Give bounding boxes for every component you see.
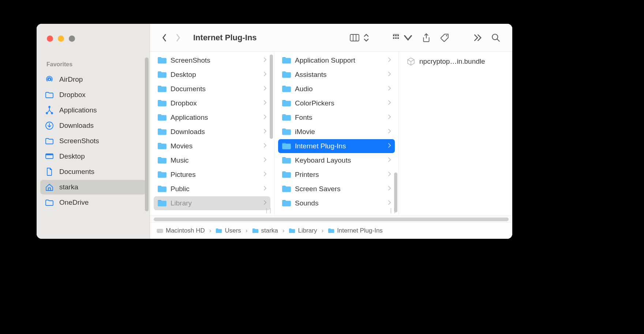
sidebar-item-starka[interactable]: starka bbox=[40, 180, 146, 194]
apps-icon bbox=[45, 106, 54, 115]
sidebar-item-label: AirDrop bbox=[59, 75, 83, 84]
back-button[interactable] bbox=[157, 31, 171, 45]
view-columns-button[interactable] bbox=[345, 31, 375, 45]
chevron-right-icon bbox=[388, 171, 391, 178]
sidebar-item-screenshots[interactable]: ScreenShots bbox=[40, 134, 146, 148]
column-1: ScreenShotsDesktopDocumentsDropboxApplic… bbox=[150, 52, 274, 215]
sidebar-item-airdrop[interactable]: AirDrop bbox=[40, 72, 146, 87]
search-icon bbox=[491, 33, 501, 42]
folder-icon bbox=[282, 114, 291, 122]
sidebar-item-documents[interactable]: Documents bbox=[40, 164, 146, 179]
folder-row[interactable]: Desktop bbox=[154, 68, 270, 82]
home-icon bbox=[45, 183, 54, 192]
folder-icon bbox=[328, 228, 334, 234]
folder-row[interactable]: Pictures bbox=[154, 168, 270, 182]
path-separator: › bbox=[207, 227, 214, 234]
folder-row[interactable]: Printers bbox=[278, 168, 395, 182]
minimize-button[interactable] bbox=[58, 36, 64, 42]
window-controls bbox=[47, 36, 75, 42]
path-item-label: Internet Plug-Ins bbox=[337, 227, 383, 234]
path-item-internet-plug-ins[interactable]: Internet Plug-Ins bbox=[328, 227, 383, 234]
folder-row[interactable]: Keyboard Layouts bbox=[278, 153, 395, 167]
sidebar-scrollbar[interactable] bbox=[145, 57, 149, 211]
tags-button[interactable] bbox=[435, 31, 454, 45]
sidebar-item-label: OneDrive bbox=[59, 198, 89, 207]
path-item-label: starka bbox=[261, 227, 278, 234]
folder-row[interactable]: Screen Savers bbox=[278, 182, 395, 196]
forward-button[interactable] bbox=[171, 31, 185, 45]
sidebar-item-onedrive[interactable]: OneDrive bbox=[40, 195, 146, 210]
folder-icon bbox=[282, 185, 291, 193]
folder-icon bbox=[45, 198, 54, 207]
folder-row[interactable]: Music bbox=[154, 153, 270, 167]
folder-row[interactable]: Downloads bbox=[154, 125, 270, 139]
folder-row[interactable]: Dropbox bbox=[154, 96, 270, 110]
sidebar-item-applications[interactable]: Applications bbox=[40, 103, 146, 118]
folder-row[interactable]: ScreenShots bbox=[154, 53, 270, 67]
folder-row[interactable]: Documents bbox=[154, 82, 270, 96]
folder-row[interactable]: iMovie bbox=[278, 125, 395, 139]
folder-icon bbox=[157, 114, 167, 122]
downloads-icon bbox=[45, 121, 54, 130]
folder-name: Keyboard Layouts bbox=[295, 156, 384, 164]
column-1-scrollbar[interactable] bbox=[270, 55, 273, 139]
folder-icon bbox=[157, 128, 167, 136]
chevron-right-icon bbox=[175, 33, 181, 42]
chevron-right-icon bbox=[388, 57, 391, 64]
folder-icon bbox=[216, 228, 222, 234]
more-button[interactable] bbox=[468, 31, 487, 45]
folder-row[interactable]: Application Support bbox=[278, 53, 395, 67]
group-by-button[interactable] bbox=[388, 31, 417, 45]
sidebar-item-desktop[interactable]: Desktop bbox=[40, 149, 146, 164]
folder-name: Music bbox=[171, 156, 260, 164]
chevron-right-icon bbox=[263, 114, 267, 121]
close-button[interactable] bbox=[47, 36, 53, 42]
path-item-starka[interactable]: starka bbox=[252, 227, 278, 234]
search-button[interactable] bbox=[487, 31, 505, 45]
path-item-users[interactable]: Users bbox=[216, 227, 241, 234]
share-button[interactable] bbox=[417, 31, 435, 45]
sidebar-item-downloads[interactable]: Downloads bbox=[40, 118, 146, 133]
folder-name: Internet Plug-Ins bbox=[295, 142, 384, 150]
folder-name: ScreenShots bbox=[171, 56, 260, 64]
folder-row[interactable]: Audio bbox=[278, 82, 395, 96]
path-bar: Macintosh HD›Users›starka›Library›Intern… bbox=[150, 223, 512, 239]
chevron-right-icon bbox=[263, 129, 267, 135]
file-row[interactable]: npcryptop…in.bundle bbox=[401, 53, 510, 70]
folder-row[interactable]: Assistants bbox=[278, 68, 395, 82]
chevron-left-icon bbox=[161, 33, 167, 42]
chevron-right-icon bbox=[263, 200, 267, 207]
folder-icon bbox=[282, 99, 291, 107]
folder-icon bbox=[282, 156, 291, 164]
horizontal-scrollbar[interactable] bbox=[150, 215, 512, 223]
path-item-label: Users bbox=[225, 227, 241, 234]
folder-row[interactable]: Fonts bbox=[278, 111, 395, 125]
column-resize-handle[interactable]: || bbox=[265, 207, 273, 213]
folder-icon bbox=[157, 99, 167, 107]
path-item-library[interactable]: Library bbox=[289, 227, 317, 234]
path-item-macintosh-hd[interactable]: Macintosh HD bbox=[157, 227, 205, 234]
folder-icon bbox=[282, 56, 291, 64]
sidebar-item-label: starka bbox=[59, 183, 78, 191]
more-icon bbox=[473, 33, 482, 42]
folder-icon bbox=[252, 228, 259, 234]
folder-row[interactable]: Sounds bbox=[278, 196, 395, 210]
sidebar-item-label: Applications bbox=[59, 106, 97, 114]
column-resize-handle[interactable]: || bbox=[389, 207, 397, 213]
zoom-button[interactable] bbox=[69, 36, 75, 42]
folder-row[interactable]: Internet Plug-Ins bbox=[278, 139, 395, 153]
folder-icon bbox=[157, 156, 167, 164]
folder-row[interactable]: Applications bbox=[154, 111, 270, 125]
path-separator: › bbox=[243, 227, 250, 234]
folder-row[interactable]: Movies bbox=[154, 139, 270, 153]
columns-icon bbox=[350, 33, 359, 42]
sidebar-item-dropbox[interactable]: Dropbox bbox=[40, 88, 146, 102]
folder-row[interactable]: Library bbox=[154, 196, 270, 210]
column-2-scrollbar[interactable] bbox=[394, 172, 397, 212]
horizontal-scrollbar-thumb[interactable] bbox=[154, 218, 509, 221]
folder-icon bbox=[157, 71, 167, 79]
folder-name: Pictures bbox=[171, 171, 260, 179]
folder-icon bbox=[282, 142, 291, 150]
folder-row[interactable]: ColorPickers bbox=[278, 96, 395, 110]
folder-row[interactable]: Public bbox=[154, 182, 270, 196]
